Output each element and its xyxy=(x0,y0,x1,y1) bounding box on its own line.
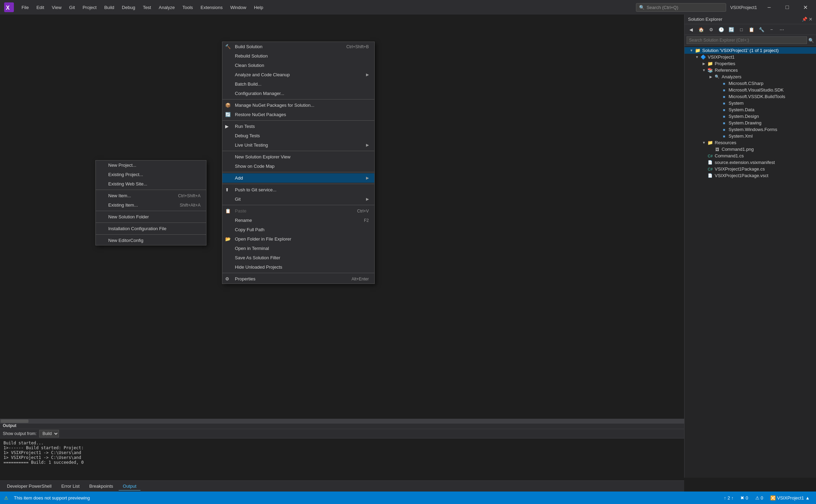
menu-open-terminal[interactable]: Open in Terminal xyxy=(222,244,374,253)
menu-debug[interactable]: Debug xyxy=(118,3,138,11)
status-line-col[interactable]: ↑ 2 ↑ xyxy=(722,495,736,501)
menu-help[interactable]: Help xyxy=(250,3,267,11)
tree-vsixmanifest[interactable]: 📄 source.extension.vsixmanifest xyxy=(685,159,816,166)
toolbar-home[interactable]: 🏠 xyxy=(697,25,706,34)
menu-restore-nuget[interactable]: 🔄 Restore NuGet Packages xyxy=(222,110,374,119)
tree-system-drawing[interactable]: ■ System.Drawing xyxy=(685,120,816,126)
close-button[interactable]: ✕ xyxy=(797,2,813,13)
menu-config-manager[interactable]: Configuration Manager... xyxy=(222,89,374,98)
menu-window[interactable]: Window xyxy=(227,3,250,11)
toolbar-sync[interactable]: 🔄 xyxy=(727,25,736,34)
tree-solution[interactable]: ▼ 📁 Solution 'VSIXProject1' (1 of 1 proj… xyxy=(685,47,816,54)
menu-install-config[interactable]: Installation Configuration File xyxy=(96,224,206,233)
menu-project[interactable]: Project xyxy=(79,3,100,11)
menu-analyze[interactable]: Analyze xyxy=(155,3,178,11)
toolbar-more[interactable]: ⋯ xyxy=(777,25,786,34)
solution-search-input[interactable] xyxy=(687,36,807,44)
toolbar-props[interactable]: 🔧 xyxy=(757,25,766,34)
tab-developer-powershell[interactable]: Developer PowerShell xyxy=(3,482,56,490)
menu-batch-build[interactable]: Batch Build... xyxy=(222,79,374,89)
tree-microsoft-csharp[interactable]: ■ Microsoft.CSharp xyxy=(685,80,816,87)
menu-view[interactable]: View xyxy=(48,3,65,11)
menu-git[interactable]: Git ▶ xyxy=(222,194,374,204)
status-branch[interactable]: 🔀 VSIXProject1 ▲ xyxy=(768,495,812,501)
tree-system-winforms[interactable]: ■ System.Windows.Forms xyxy=(685,126,816,133)
menu-properties[interactable]: ⚙ Properties Alt+Enter xyxy=(222,274,374,284)
git-arrow: ▶ xyxy=(366,197,369,201)
tree-package-vsct[interactable]: 📄 VSIXProject1Package.vsct xyxy=(685,172,816,179)
tree-properties[interactable]: ▶ 📁 Properties xyxy=(685,60,816,67)
new-sol-view-label: New Solution Explorer View xyxy=(235,154,290,159)
menu-open-folder[interactable]: 📂 Open Folder in File Explorer xyxy=(222,234,374,244)
menu-clean-solution[interactable]: Clean Solution xyxy=(222,61,374,70)
menu-build-solution[interactable]: 🔨 Build Solution Ctrl+Shift+B xyxy=(222,42,374,51)
menu-run-tests[interactable]: ▶ Run Tests xyxy=(222,122,374,131)
menu-new-editorconfig[interactable]: New EditorConfig xyxy=(96,236,206,245)
status-errors[interactable]: ✖ 0 xyxy=(738,495,750,501)
horizontal-scrollbar[interactable] xyxy=(0,419,684,424)
restore-icon: 🔄 xyxy=(225,112,231,117)
tree-references[interactable]: ▼ 📚 References xyxy=(685,67,816,73)
menu-file[interactable]: File xyxy=(18,3,32,11)
menu-edit[interactable]: Edit xyxy=(33,3,48,11)
menu-save-filter[interactable]: Save As Solution Filter xyxy=(222,253,374,262)
menu-build[interactable]: Build xyxy=(101,3,118,11)
menu-new-item[interactable]: New Item... Ctrl+Shift+A xyxy=(96,191,206,200)
search-placeholder: Search (Ctrl+Q) xyxy=(647,5,678,10)
toolbar-minus[interactable]: − xyxy=(767,25,776,34)
search-box[interactable]: 🔍 Search (Ctrl+Q) xyxy=(636,3,726,12)
menu-live-unit-testing[interactable]: Live Unit Testing ▶ xyxy=(222,140,374,150)
menu-git[interactable]: Git xyxy=(66,3,78,11)
status-warnings[interactable]: ⚠ 0 xyxy=(753,495,765,501)
tree-package-cs[interactable]: C# VSIXProject1Package.cs xyxy=(685,166,816,172)
toolbar-copy[interactable]: 📋 xyxy=(747,25,756,34)
menu-test[interactable]: Test xyxy=(139,3,155,11)
tab-output[interactable]: Output xyxy=(119,482,141,490)
tree-system-design[interactable]: ■ System.Design xyxy=(685,113,816,120)
menu-debug-tests[interactable]: Debug Tests xyxy=(222,131,374,140)
output-source-select[interactable]: Build xyxy=(39,430,59,437)
panel-close-icon[interactable]: ✕ xyxy=(809,17,813,22)
menu-new-solution-view[interactable]: New Solution Explorer View xyxy=(222,152,374,162)
toolbar-time[interactable]: 🕐 xyxy=(717,25,726,34)
menu-rename[interactable]: Rename F2 xyxy=(222,216,374,225)
menu-analyze-cleanup[interactable]: Analyze and Code Cleanup ▶ xyxy=(222,70,374,79)
menu-add[interactable]: Add ▶ xyxy=(222,173,374,183)
status-bar: ⚠ This item does not support previewing … xyxy=(0,492,816,504)
menu-tools[interactable]: Tools xyxy=(179,3,196,11)
pin-icon[interactable]: 📌 xyxy=(802,17,807,22)
menu-hide-unloaded[interactable]: Hide Unloaded Projects xyxy=(222,262,374,272)
toolbar-settings[interactable]: ⚙ xyxy=(707,25,716,34)
tab-breakpoints[interactable]: Breakpoints xyxy=(85,482,117,490)
scroll-thumb[interactable] xyxy=(1,419,28,423)
menu-copy-path[interactable]: Copy Full Path xyxy=(222,225,374,234)
tree-project[interactable]: ▼ 🔷 VSIXProject1 xyxy=(685,54,816,60)
menu-existing-website[interactable]: Existing Web Site... xyxy=(96,179,206,189)
menu-show-codemap[interactable]: Show on Code Map xyxy=(222,162,374,171)
menu-extensions[interactable]: Extensions xyxy=(197,3,226,11)
maximize-button[interactable]: □ xyxy=(779,2,795,13)
tree-analyzers[interactable]: ▶ 🔍 Analyzers xyxy=(685,73,816,80)
tree-system-xml[interactable]: ■ System.Xml xyxy=(685,133,816,139)
menu-existing-item[interactable]: Existing Item... Shift+Alt+A xyxy=(96,200,206,210)
tree-command1-cs[interactable]: C# Command1.cs xyxy=(685,153,816,159)
ref-csharp-label: Microsoft.CSharp xyxy=(729,81,763,86)
minimize-button[interactable]: – xyxy=(761,2,777,13)
window-title: VSIXProject1 xyxy=(730,5,757,10)
menu-new-project[interactable]: New Project... xyxy=(96,160,206,170)
menu-rebuild-solution[interactable]: Rebuild Solution xyxy=(222,51,374,61)
toolbar-view[interactable]: □ xyxy=(737,25,746,34)
tab-error-list[interactable]: Error List xyxy=(57,482,84,490)
tree-microsoft-vssdk-buildtools[interactable]: ■ Microsoft.VSSDK.BuildTools xyxy=(685,93,816,100)
menu-push-git[interactable]: ⬆ Push to Git service... xyxy=(222,185,374,194)
tree-system-data[interactable]: ■ System.Data xyxy=(685,106,816,113)
tree-command1-png[interactable]: 🖼 Command1.png xyxy=(685,146,816,153)
tree-resources[interactable]: ▼ 📁 Resources xyxy=(685,139,816,146)
tree-system[interactable]: ■ System xyxy=(685,100,816,106)
toolbar-back[interactable]: ◀ xyxy=(687,25,696,34)
menu-new-solution-folder[interactable]: New Solution Folder xyxy=(96,212,206,221)
tree-microsoft-vs-sdk[interactable]: ■ Microsoft.VisualStudio.SDK xyxy=(685,87,816,93)
menu-paste[interactable]: 📋 Paste Ctrl+V xyxy=(222,206,374,216)
menu-existing-project[interactable]: Existing Project... xyxy=(96,170,206,179)
menu-manage-nuget[interactable]: 📦 Manage NuGet Packages for Solution... xyxy=(222,101,374,110)
